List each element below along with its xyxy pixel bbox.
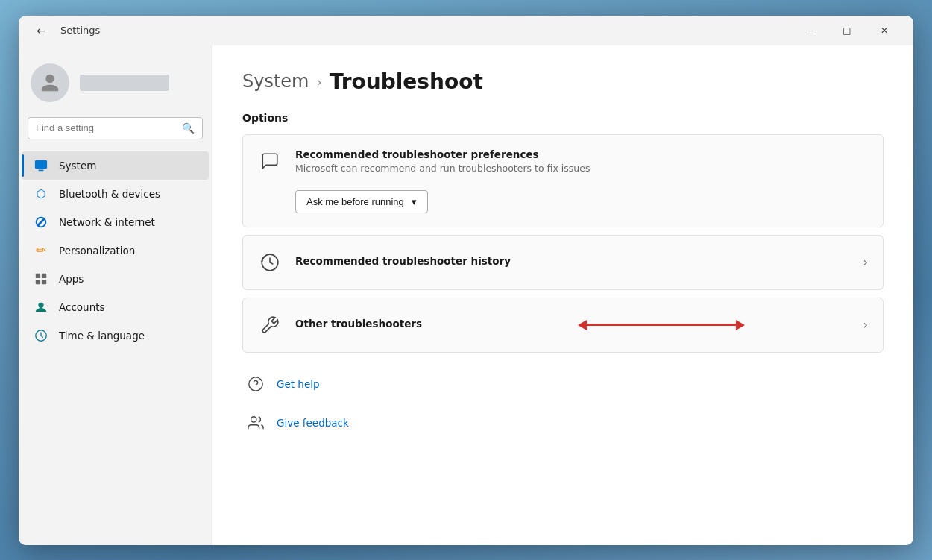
accounts-icon bbox=[34, 300, 48, 315]
troubleshooter-dropdown[interactable]: Ask me before running ▾ bbox=[295, 190, 428, 213]
search-input[interactable] bbox=[36, 122, 176, 133]
username-placeholder bbox=[80, 75, 169, 91]
card-recommended-prefs: Recommended troubleshooter preferences M… bbox=[242, 134, 884, 227]
settings-window: ← Settings — □ ✕ bbox=[19, 16, 913, 545]
svg-rect-3 bbox=[42, 273, 46, 277]
sidebar-item-system-label: System bbox=[59, 160, 96, 172]
wrench-icon bbox=[258, 313, 282, 337]
card-recommended-prefs-title: Recommended troubleshooter preferences bbox=[295, 148, 868, 160]
chevron-right-icon-2: › bbox=[863, 318, 868, 332]
sidebar-item-apps[interactable]: Apps bbox=[22, 265, 209, 293]
card-history[interactable]: Recommended troubleshooter history › bbox=[242, 235, 884, 290]
card-recommended-prefs-subtitle: Microsoft can recommend and run troubles… bbox=[295, 163, 868, 174]
feedback-icon bbox=[245, 412, 266, 433]
breadcrumb: System › Troubleshoot bbox=[242, 69, 884, 94]
main-area: 🔍 System ⬡ Bluetooth & devices bbox=[19, 45, 913, 545]
apps-icon bbox=[34, 271, 48, 286]
sidebar-item-bluetooth-label: Bluetooth & devices bbox=[59, 188, 160, 200]
sidebar-item-personalization[interactable]: ✏️ Personalization bbox=[22, 236, 209, 265]
card-other[interactable]: Other troubleshooters › bbox=[242, 298, 884, 353]
get-help-icon bbox=[245, 374, 266, 394]
back-button[interactable]: ← bbox=[31, 20, 51, 41]
svg-rect-2 bbox=[36, 273, 40, 277]
sidebar-item-bluetooth[interactable]: ⬡ Bluetooth & devices bbox=[22, 180, 209, 208]
network-icon bbox=[34, 215, 48, 230]
give-feedback-text: Give feedback bbox=[277, 417, 349, 429]
breadcrumb-separator: › bbox=[317, 74, 322, 89]
card-other-title: Other troubleshooters bbox=[295, 318, 558, 330]
titlebar-controls: — □ ✕ bbox=[793, 19, 901, 43]
bottom-links: Get help Give feedback bbox=[242, 365, 884, 442]
section-title: Options bbox=[242, 112, 884, 124]
svg-point-6 bbox=[38, 302, 43, 307]
card-history-row[interactable]: Recommended troubleshooter history › bbox=[243, 236, 883, 289]
red-arrow bbox=[578, 320, 841, 330]
minimize-button[interactable]: — bbox=[793, 19, 827, 43]
svg-rect-4 bbox=[36, 279, 40, 283]
sidebar-item-time-label: Time & language bbox=[59, 330, 145, 342]
content-area: System › Troubleshoot Options Recommende… bbox=[212, 45, 913, 545]
avatar bbox=[31, 63, 69, 102]
titlebar: ← Settings — □ ✕ bbox=[19, 16, 913, 45]
svg-rect-5 bbox=[42, 279, 46, 283]
sidebar-item-system[interactable]: System bbox=[22, 151, 209, 180]
titlebar-left: ← Settings bbox=[31, 20, 100, 41]
get-help-link[interactable]: Get help bbox=[242, 365, 884, 403]
chevron-down-icon: ▾ bbox=[412, 196, 417, 207]
personalization-icon: ✏️ bbox=[34, 243, 48, 258]
time-icon bbox=[34, 328, 48, 343]
card-history-text: Recommended troubleshooter history bbox=[295, 255, 850, 269]
maximize-button[interactable]: □ bbox=[830, 19, 864, 43]
sidebar-item-network-label: Network & internet bbox=[59, 216, 155, 228]
card-other-text: Other troubleshooters bbox=[295, 318, 558, 332]
svg-rect-0 bbox=[35, 160, 47, 169]
chat-icon bbox=[258, 149, 282, 173]
user-icon bbox=[40, 72, 60, 93]
titlebar-title: Settings bbox=[60, 25, 100, 36]
red-arrow-head bbox=[736, 320, 745, 330]
sidebar: 🔍 System ⬡ Bluetooth & devices bbox=[19, 45, 212, 545]
svg-rect-1 bbox=[38, 169, 43, 171]
chevron-right-icon: › bbox=[863, 255, 868, 269]
card-recommended-prefs-content: Ask me before running ▾ bbox=[243, 187, 883, 227]
close-button[interactable]: ✕ bbox=[867, 19, 901, 43]
breadcrumb-current: Troubleshoot bbox=[330, 69, 483, 94]
give-feedback-link[interactable]: Give feedback bbox=[242, 403, 884, 442]
svg-point-9 bbox=[249, 377, 262, 390]
system-icon bbox=[34, 158, 48, 173]
get-help-text: Get help bbox=[277, 378, 320, 390]
red-arrow-line bbox=[587, 324, 736, 326]
svg-point-11 bbox=[251, 416, 256, 421]
search-icon: 🔍 bbox=[182, 122, 195, 134]
bluetooth-icon: ⬡ bbox=[34, 186, 48, 201]
card-history-title: Recommended troubleshooter history bbox=[295, 255, 850, 267]
sidebar-item-accounts[interactable]: Accounts bbox=[22, 293, 209, 321]
sidebar-item-accounts-label: Accounts bbox=[59, 301, 105, 313]
breadcrumb-parent: System bbox=[242, 71, 309, 92]
card-other-row[interactable]: Other troubleshooters › bbox=[243, 298, 883, 352]
history-icon bbox=[258, 251, 282, 274]
card-recommended-prefs-text: Recommended troubleshooter preferences M… bbox=[295, 148, 868, 174]
sidebar-item-apps-label: Apps bbox=[59, 273, 84, 285]
sidebar-item-personalization-label: Personalization bbox=[59, 245, 135, 257]
sidebar-search[interactable]: 🔍 bbox=[28, 117, 203, 139]
red-arrow-tail bbox=[578, 320, 587, 330]
sidebar-item-time[interactable]: Time & language bbox=[22, 321, 209, 350]
card-recommended-prefs-row[interactable]: Recommended troubleshooter preferences M… bbox=[243, 135, 883, 187]
sidebar-profile bbox=[19, 51, 212, 117]
sidebar-item-network[interactable]: Network & internet bbox=[22, 208, 209, 236]
